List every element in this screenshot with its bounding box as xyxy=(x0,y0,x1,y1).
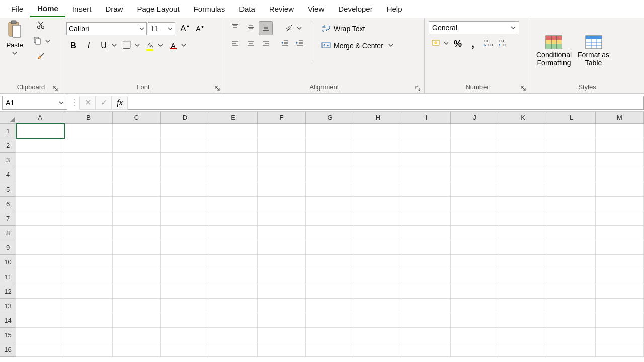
cell[interactable] xyxy=(64,211,113,226)
cell[interactable] xyxy=(64,342,113,357)
cell[interactable] xyxy=(209,342,258,357)
cell[interactable] xyxy=(306,313,354,328)
cell[interactable] xyxy=(547,211,596,226)
decrease-decimal-button[interactable]: .00.0 xyxy=(496,36,510,51)
cell[interactable] xyxy=(403,313,451,328)
cell[interactable] xyxy=(547,255,596,269)
row-header[interactable]: 8 xyxy=(0,226,16,240)
wrap-text-button[interactable]: abc Wrap Text xyxy=(317,21,369,36)
cell[interactable] xyxy=(209,255,258,269)
cell[interactable] xyxy=(16,255,64,269)
cell[interactable] xyxy=(161,328,209,342)
cell[interactable] xyxy=(596,211,644,226)
cell[interactable] xyxy=(64,226,113,240)
borders-button[interactable] xyxy=(120,38,134,53)
menu-draw[interactable]: Draw xyxy=(98,2,130,16)
cell[interactable] xyxy=(354,328,403,342)
decrease-indent-button[interactable] xyxy=(278,37,292,51)
menu-developer[interactable]: Developer xyxy=(331,2,379,16)
cell[interactable] xyxy=(209,240,258,255)
cell[interactable] xyxy=(451,167,499,182)
cell[interactable] xyxy=(596,153,644,167)
cell[interactable] xyxy=(403,211,451,226)
cell[interactable] xyxy=(451,342,499,357)
row-header[interactable]: 7 xyxy=(0,211,16,226)
accounting-dropdown[interactable] xyxy=(443,36,450,50)
cell[interactable] xyxy=(451,226,499,240)
column-header[interactable]: E xyxy=(209,112,258,124)
cell[interactable] xyxy=(64,182,113,197)
cell[interactable] xyxy=(258,138,306,153)
cell[interactable] xyxy=(16,284,64,299)
row-header[interactable]: 11 xyxy=(0,269,16,284)
cell[interactable] xyxy=(547,284,596,299)
cell[interactable] xyxy=(596,226,644,240)
cell[interactable] xyxy=(547,240,596,255)
cell[interactable] xyxy=(16,167,64,182)
cell[interactable] xyxy=(547,124,596,138)
cell[interactable] xyxy=(547,313,596,328)
cell[interactable] xyxy=(64,240,113,255)
percent-button[interactable]: % xyxy=(451,36,465,51)
cell[interactable] xyxy=(258,211,306,226)
cell[interactable] xyxy=(596,269,644,284)
copy-button[interactable] xyxy=(30,34,44,48)
cell[interactable] xyxy=(258,313,306,328)
cell[interactable] xyxy=(306,197,354,211)
row-header[interactable]: 6 xyxy=(0,197,16,211)
cell[interactable] xyxy=(113,211,161,226)
cell[interactable] xyxy=(306,284,354,299)
cell[interactable] xyxy=(354,124,403,138)
cell[interactable] xyxy=(306,328,354,342)
cell[interactable] xyxy=(161,138,209,153)
menu-page-layout[interactable]: Page Layout xyxy=(130,2,186,16)
cell[interactable] xyxy=(306,153,354,167)
cell[interactable] xyxy=(499,153,547,167)
cell[interactable] xyxy=(258,197,306,211)
cell[interactable] xyxy=(209,153,258,167)
cell[interactable] xyxy=(258,153,306,167)
cancel-formula-button[interactable]: ✕ xyxy=(79,96,96,110)
cell[interactable] xyxy=(258,226,306,240)
cell[interactable] xyxy=(16,342,64,357)
cell[interactable] xyxy=(16,124,64,138)
increase-indent-button[interactable] xyxy=(293,37,307,51)
cell[interactable] xyxy=(113,342,161,357)
cell[interactable] xyxy=(547,167,596,182)
cell[interactable] xyxy=(209,182,258,197)
cell[interactable] xyxy=(451,182,499,197)
cell[interactable] xyxy=(161,299,209,313)
cell[interactable] xyxy=(306,299,354,313)
cell[interactable] xyxy=(403,153,451,167)
cell[interactable] xyxy=(258,284,306,299)
cell[interactable] xyxy=(499,299,547,313)
cell[interactable] xyxy=(113,124,161,138)
column-header[interactable]: I xyxy=(403,112,451,124)
accounting-format-button[interactable] xyxy=(429,36,443,51)
cell[interactable] xyxy=(161,153,209,167)
cell[interactable] xyxy=(451,197,499,211)
cell[interactable] xyxy=(451,138,499,153)
column-header[interactable]: A xyxy=(16,112,64,124)
cell[interactable] xyxy=(499,138,547,153)
cell[interactable] xyxy=(596,167,644,182)
cell[interactable] xyxy=(113,269,161,284)
cell[interactable] xyxy=(161,342,209,357)
cell[interactable] xyxy=(161,240,209,255)
cell[interactable] xyxy=(499,240,547,255)
menu-file[interactable]: File xyxy=(4,2,30,16)
column-header[interactable]: M xyxy=(596,112,644,124)
cell[interactable] xyxy=(596,182,644,197)
merge-dropdown[interactable] xyxy=(387,38,394,52)
cell[interactable] xyxy=(16,197,64,211)
cell[interactable] xyxy=(306,226,354,240)
cell[interactable] xyxy=(403,138,451,153)
cell[interactable] xyxy=(306,138,354,153)
cell[interactable] xyxy=(499,182,547,197)
cell[interactable] xyxy=(547,299,596,313)
cell[interactable] xyxy=(354,299,403,313)
cell[interactable] xyxy=(113,153,161,167)
column-header[interactable]: D xyxy=(161,112,209,124)
cell[interactable] xyxy=(403,124,451,138)
cell[interactable] xyxy=(499,269,547,284)
